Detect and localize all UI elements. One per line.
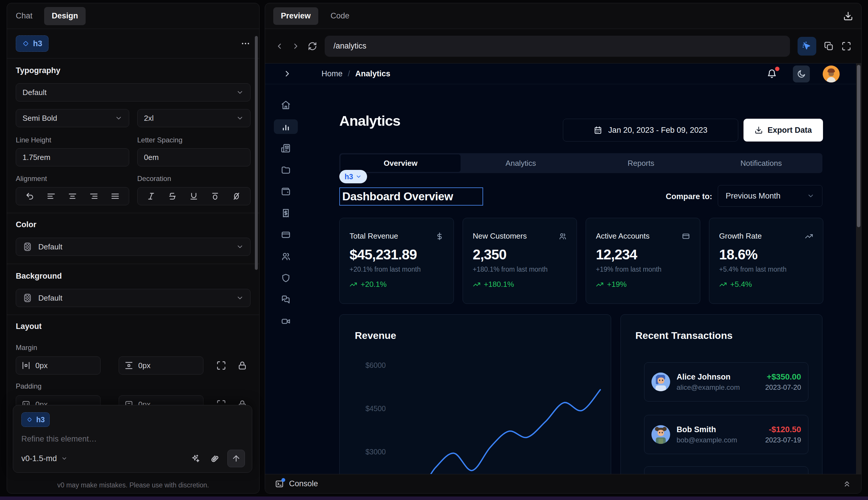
underline-icon[interactable]	[189, 192, 198, 201]
chevrons-up-icon[interactable]	[843, 479, 851, 488]
export-data-button[interactable]: Export Data	[743, 119, 823, 141]
breadcrumb-home[interactable]: Home	[322, 69, 343, 78]
color-select[interactable]: Default	[16, 238, 251, 256]
credit-card-icon	[281, 230, 291, 240]
margin-y-value: 0px	[138, 361, 151, 370]
send-button[interactable]	[227, 450, 245, 467]
font-size-select[interactable]: 2xl	[137, 109, 251, 127]
chevron-down-icon	[61, 455, 68, 462]
shield-icon	[281, 273, 291, 283]
letter-spacing-label: Letter Spacing	[137, 136, 251, 144]
transaction-row[interactable]: Bob Smith bob@example.com -$120.50 2023-…	[644, 415, 808, 454]
tab-overview[interactable]: Overview	[340, 155, 461, 172]
margin-x-input[interactable]: 0px	[16, 356, 101, 375]
tab-reports[interactable]: Reports	[581, 155, 701, 172]
forward-icon[interactable]	[291, 42, 300, 50]
theme-toggle-button[interactable]	[793, 66, 810, 82]
download-icon[interactable]	[843, 11, 853, 21]
align-center-icon[interactable]	[68, 192, 77, 201]
transaction-date: 2023-07-20	[765, 383, 801, 391]
tab-design[interactable]: Design	[44, 7, 85, 25]
section-heading-selected[interactable]: Dashboard Overview	[339, 188, 483, 206]
tab-analytics[interactable]: Analytics	[461, 155, 581, 172]
line-height-value: 1.75rem	[23, 153, 50, 162]
folder-icon	[281, 165, 291, 175]
bar-chart-icon	[281, 122, 291, 132]
sidebar-rail-bar-chart[interactable]	[274, 119, 298, 134]
decoration-label: Decoration	[137, 174, 251, 183]
composer-element-label: h3	[36, 416, 45, 424]
font-size-value: 2xl	[144, 114, 154, 123]
lock-icon[interactable]	[237, 361, 247, 371]
selected-tag-badge[interactable]: h3	[339, 170, 367, 183]
expand-icon[interactable]	[216, 361, 226, 371]
notification-dot	[775, 67, 779, 71]
revenue-chart-card: Revenue $6000$4500$3000	[339, 314, 611, 474]
background-select[interactable]: Default	[16, 289, 251, 307]
paperclip-icon[interactable]	[210, 454, 219, 463]
composer-input[interactable]: Refine this element…	[21, 434, 244, 444]
sparkles-icon[interactable]	[190, 454, 200, 463]
panel-scrollbar[interactable]	[255, 36, 258, 270]
font-family-value: Default	[23, 88, 46, 97]
sidebar-rail-wallet[interactable]	[274, 184, 298, 199]
italic-icon[interactable]	[147, 192, 155, 201]
sidebar-rail-messages[interactable]	[274, 292, 298, 307]
margin-y-input[interactable]: 0px	[119, 356, 204, 375]
stat-card-growth-rate: Growth Rate 18.6% +5.4% from last month …	[709, 218, 824, 304]
stat-subtext: +20.1% from last month	[349, 265, 444, 273]
url-input[interactable]: /analytics	[325, 36, 790, 57]
copy-icon[interactable]	[824, 41, 834, 51]
back-icon[interactable]	[275, 42, 284, 50]
align-justify-icon[interactable]	[111, 192, 119, 201]
sidebar-rail-users[interactable]	[274, 249, 298, 264]
users-icon	[281, 251, 291, 261]
sidebar-rail-shield[interactable]	[274, 271, 298, 285]
tab-preview[interactable]: Preview	[273, 7, 318, 25]
stat-subtext: +180.1% from last month	[473, 265, 567, 273]
align-right-icon[interactable]	[90, 192, 98, 201]
transaction-row[interactable]: Alice Johnson alice@example.com +$350.00…	[644, 362, 808, 401]
tab-code[interactable]: Code	[331, 11, 349, 21]
preview-scrollbar-thumb[interactable]	[857, 65, 860, 227]
undo-icon[interactable]	[25, 192, 34, 201]
tab-chat[interactable]: Chat	[16, 11, 33, 21]
sidebar-rail-newspaper[interactable]	[274, 141, 298, 156]
font-weight-select[interactable]: Semi Bold	[16, 109, 129, 127]
preview-scrollbar-track[interactable]	[856, 64, 861, 474]
tab-notifications[interactable]: Notifications	[701, 155, 821, 172]
model-select[interactable]: v0-1.5-md	[21, 454, 68, 463]
chevron-down-icon	[236, 294, 244, 302]
bell-icon[interactable]	[767, 68, 777, 79]
more-options-icon[interactable]	[241, 38, 251, 48]
sidebar-rail-home[interactable]	[274, 98, 298, 112]
messages-icon	[281, 295, 291, 305]
letter-spacing-input[interactable]: 0em	[137, 148, 251, 166]
fullscreen-icon[interactable]	[842, 41, 851, 51]
moon-icon	[797, 69, 806, 79]
sidebar-toggle-icon[interactable]	[282, 69, 292, 78]
transaction-email: alice@example.com	[676, 383, 740, 391]
user-avatar[interactable]	[823, 66, 840, 82]
console-bar[interactable]: Console	[265, 474, 861, 493]
strikethrough-icon[interactable]	[168, 192, 177, 201]
date-range-button[interactable]: Jan 20, 2023 - Feb 09, 2023	[563, 119, 738, 141]
preview-panel: Preview Code /analytics Home / Analytics	[265, 3, 861, 493]
composer-element-badge[interactable]: h3	[21, 412, 50, 427]
align-left-icon[interactable]	[47, 192, 56, 201]
sidebar-rail-receipt[interactable]	[274, 206, 298, 220]
stat-card-new-customers: New Customers 2,350 +180.1% from last mo…	[463, 218, 577, 304]
font-family-select[interactable]: Default	[16, 83, 251, 101]
compare-select[interactable]: Previous Month	[718, 185, 822, 207]
line-height-input[interactable]: 1.75rem	[16, 148, 129, 166]
compare-label: Compare to:	[625, 192, 712, 201]
sidebar-rail-folder[interactable]	[274, 162, 298, 177]
overline-icon[interactable]	[211, 192, 219, 201]
refresh-icon[interactable]	[308, 42, 317, 51]
sidebar-rail-credit-card[interactable]	[274, 227, 298, 242]
slash-none-icon[interactable]	[232, 192, 241, 201]
sidebar-rail-video[interactable]	[274, 314, 298, 329]
inspect-mode-button[interactable]	[798, 37, 816, 56]
selected-element-badge[interactable]: h3	[16, 35, 48, 52]
stat-delta: +19%	[607, 280, 627, 289]
